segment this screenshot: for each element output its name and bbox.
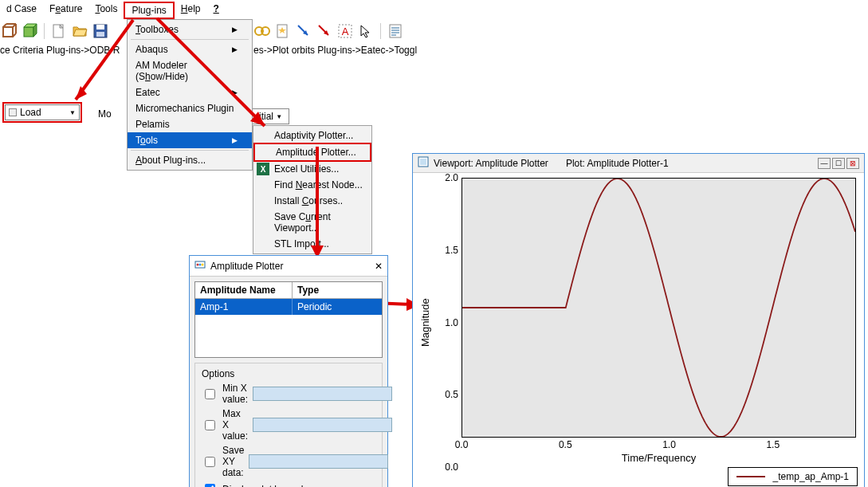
excel-icon: X xyxy=(257,163,269,175)
savexy-checkbox[interactable] xyxy=(205,457,215,467)
save-icon[interactable] xyxy=(92,22,109,40)
maximize-icon[interactable]: ☐ xyxy=(832,158,845,169)
svg-point-41 xyxy=(197,264,199,266)
chevron-down-icon[interactable]: ▼ xyxy=(69,109,76,116)
y-tick-label: 0.0 xyxy=(445,461,458,473)
menu-item-am-modeler[interactable]: AM Modeler (Show/Hide) xyxy=(128,57,252,84)
table-row[interactable]: Amp-1 Periodic xyxy=(195,299,382,315)
menu-item-save-viewport[interactable]: Save Current Viewport... xyxy=(253,209,371,236)
page-star-icon[interactable] xyxy=(274,22,292,40)
menu-dcase[interactable]: d Case xyxy=(0,2,43,19)
minimize-icon[interactable]: — xyxy=(818,158,831,169)
viewport-app-icon xyxy=(418,156,429,170)
legend-text: _temp_ap_Amp-1 xyxy=(773,471,849,482)
text-a-icon[interactable]: A xyxy=(336,22,354,40)
svg-marker-33 xyxy=(76,86,87,100)
cube-brown-icon[interactable] xyxy=(0,22,18,40)
y-tick-label: 2.0 xyxy=(445,172,458,183)
minx-checkbox[interactable] xyxy=(205,389,215,399)
menu-item-micromechanics[interactable]: Micromechanics Plugin xyxy=(128,100,252,116)
breadcrumb-right: es->Plot orbits Plug-ins->Eatec->Toggl xyxy=(253,45,417,56)
menu-feature[interactable]: Feature xyxy=(43,2,88,19)
open-folder-icon[interactable] xyxy=(71,22,88,40)
chevron-down-icon: ▼ xyxy=(276,113,282,120)
dialog-titlebar[interactable]: Amplitude Plotter ✕ xyxy=(190,256,387,277)
y-axis-label: Magnitude xyxy=(418,178,433,467)
chart-area xyxy=(461,178,856,438)
close-icon[interactable]: ⊠ xyxy=(846,158,859,169)
menu-plugins[interactable]: Plug-ins xyxy=(124,2,174,19)
svg-point-43 xyxy=(202,264,204,266)
y-tick-label: 0.5 xyxy=(445,389,458,400)
amplitude-table[interactable]: Amplitude Name Type Amp-1 Periodic xyxy=(194,281,383,358)
menu-help[interactable]: Help xyxy=(175,2,207,19)
svg-text:X: X xyxy=(261,165,266,174)
submenu-arrow-icon: ▶ xyxy=(232,88,238,96)
svg-rect-13 xyxy=(96,32,104,37)
legend-swatch-icon xyxy=(736,476,765,477)
x-tick-label: 0.0 xyxy=(455,439,469,450)
cube-green-icon[interactable] xyxy=(21,22,38,40)
menu-item-adaptivity[interactable]: Adaptivity Plotter... xyxy=(253,128,371,143)
savexy-label: Save XY data: xyxy=(222,445,244,478)
menu-item-stl-import[interactable]: STL Import... xyxy=(253,236,371,252)
itial-dropdown[interactable]: itial ▼ xyxy=(252,108,289,124)
menu-item-pelamis[interactable]: Pelamis xyxy=(128,116,252,132)
maxx-checkbox[interactable] xyxy=(205,420,215,430)
legend-checkbox[interactable] xyxy=(205,484,215,487)
maxx-field[interactable] xyxy=(253,418,392,432)
menu-tools[interactable]: Tools xyxy=(88,2,124,19)
cell-type: Periodic xyxy=(293,299,382,315)
legend-label: Display plot legend xyxy=(222,484,303,488)
stepper-up-icon[interactable] xyxy=(9,108,17,116)
menu-item-install-courses[interactable]: Install Courses.. xyxy=(253,193,371,209)
savexy-field[interactable] xyxy=(249,454,388,469)
col-amplitude-name: Amplitude Name xyxy=(195,282,293,298)
chart-curve xyxy=(462,179,855,437)
new-doc-icon[interactable] xyxy=(50,22,68,40)
cursor-icon[interactable] xyxy=(357,22,375,40)
menu-item-eatec[interactable]: Eatec▶ xyxy=(128,84,252,100)
svg-rect-45 xyxy=(420,159,426,165)
viewport-panel: Viewport: Amplitude Plotter Plot: Amplit… xyxy=(412,153,865,487)
minx-label: Min X value: xyxy=(222,383,248,405)
rings-icon[interactable] xyxy=(253,22,271,40)
mo-label: Mo xyxy=(98,108,112,120)
menu-item-excel[interactable]: XExcel Utilities... xyxy=(253,161,371,177)
svg-point-42 xyxy=(199,264,202,266)
viewport-titlebar[interactable]: Viewport: Amplitude Plotter Plot: Amplit… xyxy=(413,154,864,173)
menu-item-tools[interactable]: Tools▶ xyxy=(128,132,252,148)
load-module-selector[interactable]: Load ▼ xyxy=(2,102,82,123)
toolbar xyxy=(0,22,109,40)
options-group: Options Min X value: Max X value: Save X… xyxy=(194,363,383,487)
blue-arrow-icon[interactable] xyxy=(295,22,312,40)
menu-question[interactable]: ? xyxy=(207,2,226,19)
menu-item-toolboxes[interactable]: Toolboxes▶ xyxy=(128,22,252,37)
viewport-title-2: Plot: Amplitude Plotter-1 xyxy=(566,158,669,169)
chart-legend: _temp_ap_Amp-1 xyxy=(728,467,858,486)
minx-field[interactable] xyxy=(253,387,392,401)
page-lines-icon[interactable] xyxy=(387,22,404,40)
load-label: Load xyxy=(20,107,66,118)
cell-name: Amp-1 xyxy=(195,299,293,315)
menu-item-find-nearest[interactable]: Find Nearest Node... xyxy=(253,177,371,193)
y-tick-label: 1.5 xyxy=(445,245,458,256)
dialog-title: Amplitude Plotter xyxy=(210,261,283,272)
close-icon[interactable]: ✕ xyxy=(375,261,383,272)
menu-item-amplitude-plotter[interactable]: Amplitude Plotter... xyxy=(253,143,371,162)
svg-marker-24 xyxy=(361,26,369,37)
maxx-label: Max X value: xyxy=(222,408,248,442)
plugins-menu: Toolboxes▶ Abaqus▶ AM Modeler (Show/Hide… xyxy=(127,19,253,171)
menu-bar: d Case Feature Tools Plug-ins Help ? xyxy=(0,2,226,19)
submenu-arrow-icon: ▶ xyxy=(232,45,238,53)
menu-item-about-plugins[interactable]: About Plug-ins... xyxy=(128,152,252,168)
breadcrumb-left: ce Criteria Plug-ins->ODB R xyxy=(0,45,120,56)
svg-rect-12 xyxy=(96,25,104,29)
tools-submenu: Adaptivity Plotter... Amplitude Plotter.… xyxy=(253,125,372,254)
toolbar-right: A xyxy=(253,22,404,40)
svg-rect-25 xyxy=(390,25,401,37)
menu-item-abaqus[interactable]: Abaqus▶ xyxy=(128,41,252,57)
svg-rect-0 xyxy=(3,27,13,37)
svg-rect-6 xyxy=(24,27,33,37)
red-arrow-icon[interactable] xyxy=(316,22,333,40)
